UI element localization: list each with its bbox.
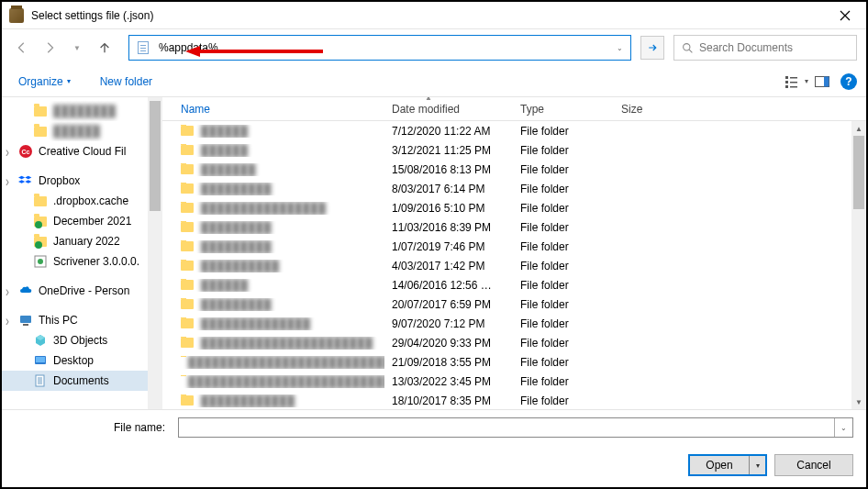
- svg-rect-3: [785, 76, 788, 79]
- tree-item[interactable]: ██████: [2, 121, 162, 141]
- file-row[interactable]: ████████████████████████████████13/03/20…: [162, 372, 866, 391]
- tree-item[interactable]: ›Dropbox: [2, 171, 162, 191]
- address-bar[interactable]: ⌄: [128, 35, 631, 61]
- svg-point-14: [38, 259, 43, 264]
- button-row: Open ▾ Cancel: [15, 454, 853, 476]
- tree-item[interactable]: January 2022: [2, 231, 162, 251]
- file-type: File folder: [513, 240, 614, 253]
- tree-scrollbar[interactable]: [148, 97, 162, 409]
- help-button[interactable]: ?: [840, 73, 857, 90]
- forward-button[interactable]: [39, 37, 61, 59]
- folder-tree[interactable]: ██████████████›CcCreative Cloud Fil›Drop…: [2, 97, 162, 409]
- svg-rect-15: [20, 316, 31, 323]
- go-button[interactable]: [640, 36, 664, 60]
- scroll-down-icon[interactable]: ▼: [851, 395, 866, 409]
- new-folder-label: New folder: [100, 75, 152, 88]
- address-drop[interactable]: ⌄: [610, 44, 629, 52]
- chevron-down-icon: ▾: [756, 461, 760, 470]
- file-name: █████████: [201, 240, 272, 253]
- expander-icon[interactable]: ›: [6, 142, 9, 161]
- folder-icon: [181, 395, 194, 406]
- tree-item-label: 3D Objects: [53, 334, 107, 347]
- tree-item[interactable]: ›OneDrive - Person: [2, 281, 162, 301]
- file-row[interactable]: ██████3/12/2021 11:25 PMFile folder: [162, 140, 866, 160]
- file-row[interactable]: ██████14/06/2016 12:56 …File folder: [162, 275, 866, 295]
- organize-button[interactable]: Organize ▾: [11, 72, 78, 92]
- cancel-button[interactable]: Cancel: [774, 454, 853, 476]
- file-row[interactable]: █████████8/03/2017 6:14 PMFile folder: [162, 179, 866, 198]
- tree-item[interactable]: Scrivener 3.0.0.0.: [2, 251, 162, 272]
- folder-icon: [181, 164, 194, 174]
- filename-input[interactable]: [179, 419, 834, 436]
- file-row[interactable]: █████████11/03/2016 8:39 PMFile folder: [162, 217, 866, 237]
- file-row[interactable]: ██████████████9/07/2020 7:12 PMFile fold…: [162, 314, 866, 333]
- file-row[interactable]: █████████20/07/2017 6:59 PMFile folder: [162, 295, 866, 314]
- file-name: ██████: [201, 125, 248, 138]
- file-row[interactable]: █████████1/07/2019 7:46 PMFile folder: [162, 237, 866, 256]
- file-row[interactable]: ██████████4/03/2017 1:42 PMFile folder: [162, 256, 866, 275]
- file-date: 9/07/2020 7:12 PM: [384, 317, 513, 330]
- expander-icon[interactable]: ›: [6, 282, 9, 300]
- filename-drop[interactable]: ⌄: [834, 418, 852, 437]
- file-name: ██████: [201, 144, 248, 157]
- search-input[interactable]: [699, 41, 849, 54]
- view-button[interactable]: ▾: [784, 71, 809, 93]
- col-name-header[interactable]: Name ▲: [173, 103, 384, 116]
- open-split[interactable]: ▾: [749, 456, 765, 474]
- tree-item[interactable]: ›This PC: [2, 310, 162, 330]
- open-button[interactable]: Open ▾: [688, 454, 767, 476]
- folder-icon: [181, 299, 194, 309]
- new-folder-button[interactable]: New folder: [93, 72, 160, 92]
- tree-item[interactable]: 3D Objects: [2, 330, 162, 350]
- file-type: File folder: [513, 356, 614, 369]
- col-type-header[interactable]: Type: [513, 103, 614, 116]
- close-button[interactable]: [824, 2, 866, 29]
- up-button[interactable]: [94, 37, 116, 59]
- expander-icon[interactable]: ›: [6, 311, 9, 329]
- file-date: 20/07/2017 6:59 PM: [384, 298, 513, 311]
- preview-pane-button[interactable]: [809, 71, 835, 93]
- folder-icon: [181, 145, 194, 155]
- chevron-down-icon: ▾: [67, 77, 71, 85]
- file-list-scrollbar[interactable]: ▲ ▼: [851, 121, 866, 409]
- tree-item[interactable]: Documents: [2, 371, 162, 391]
- file-row[interactable]: ██████7/12/2020 11:22 AMFile folder: [162, 121, 866, 140]
- tree-item[interactable]: ›CcCreative Cloud Fil: [2, 141, 162, 161]
- file-name: ████████████████: [201, 202, 326, 215]
- dropbox-icon: [18, 173, 33, 188]
- scroll-up-icon[interactable]: ▲: [851, 121, 866, 136]
- svg-rect-18: [36, 357, 45, 362]
- file-row[interactable]: ████████████████1/09/2016 5:10 PMFile fo…: [162, 198, 866, 217]
- arrow-up-icon: [98, 41, 111, 54]
- tree-item[interactable]: ████████: [2, 101, 162, 121]
- address-input[interactable]: [155, 39, 610, 56]
- tree-item[interactable]: December 2021: [2, 211, 162, 231]
- filename-combo[interactable]: ⌄: [178, 417, 853, 438]
- expander-icon[interactable]: ›: [6, 172, 9, 190]
- col-date-header[interactable]: Date modified: [384, 103, 513, 116]
- file-list-header[interactable]: Name ▲ Date modified Type Size: [162, 97, 866, 121]
- tree-item-label: ██████: [53, 125, 100, 138]
- file-type: File folder: [513, 298, 614, 311]
- file-list[interactable]: Name ▲ Date modified Type Size ██████7/1…: [162, 97, 866, 409]
- recent-drop[interactable]: ▼: [66, 37, 88, 59]
- tree-item[interactable]: Desktop: [2, 350, 162, 371]
- search-box[interactable]: [673, 35, 857, 61]
- chevron-down-icon: ⌄: [840, 424, 847, 432]
- col-size-header[interactable]: Size: [614, 103, 687, 116]
- back-button[interactable]: [11, 37, 33, 59]
- file-type: File folder: [513, 163, 614, 176]
- scroll-thumb[interactable]: [150, 101, 161, 211]
- file-row[interactable]: ████████████18/10/2017 8:35 PMFile folde…: [162, 391, 866, 409]
- file-row[interactable]: ███████15/08/2016 8:13 PMFile folder: [162, 160, 866, 179]
- file-name: ████████████: [201, 395, 295, 407]
- file-type: File folder: [513, 125, 614, 138]
- svg-text:Cc: Cc: [22, 149, 30, 155]
- creative-cloud-icon: Cc: [18, 144, 33, 159]
- search-icon: [682, 42, 694, 54]
- arrow-right-icon: [647, 42, 658, 53]
- scroll-thumb[interactable]: [853, 136, 864, 209]
- file-row[interactable]: ██████████████████████████████21/09/2018…: [162, 352, 866, 372]
- file-row[interactable]: ██████████████████████29/04/2020 9:33 PM…: [162, 333, 866, 352]
- tree-item[interactable]: .dropbox.cache: [2, 191, 162, 211]
